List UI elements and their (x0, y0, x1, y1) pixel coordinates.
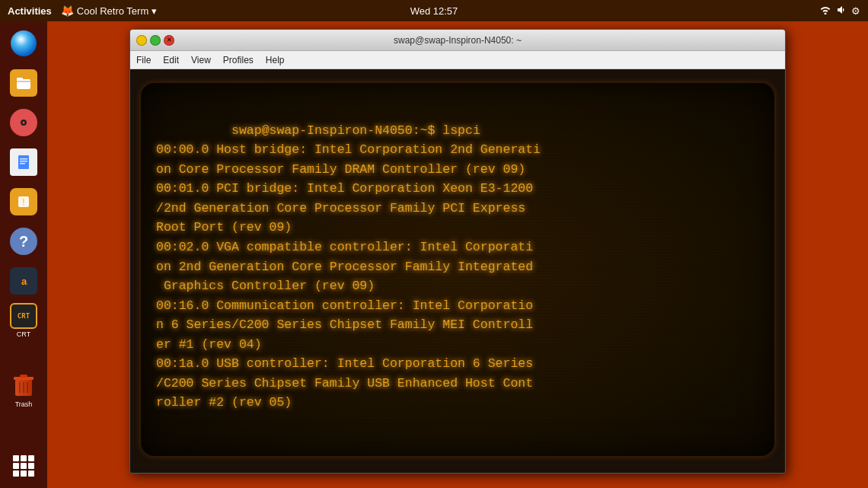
dock-item-amazon[interactable]: a (6, 263, 41, 298)
dock: ! ? a CRT CRT (0, 21, 47, 488)
topbar-time: Wed 12:57 (410, 5, 458, 17)
menu-file[interactable]: File (136, 55, 151, 65)
svg-point-4 (23, 122, 25, 124)
main-desktop: ✕ swap@swap-Inspiron-N4050: ~ File Edit … (47, 21, 868, 488)
trash-icon (12, 373, 35, 399)
dock-item-files[interactable] (6, 65, 41, 100)
close-button[interactable]: ✕ (164, 35, 174, 46)
document-icon (15, 154, 32, 171)
package-icon: ! (15, 193, 32, 210)
amazon-icon: a (21, 276, 26, 287)
terminal-titlebar: ✕ swap@swap-Inspiron-N4050: ~ (130, 30, 785, 51)
svg-text:!: ! (23, 198, 25, 206)
dock-item-apps-grid[interactable] (6, 448, 41, 483)
trash-label: Trash (15, 400, 33, 408)
crt-outer: swap@swap-Inspiron-N4050:~$ lspci 00:00.… (130, 69, 785, 473)
dock-item-crt[interactable]: CRT CRT (6, 303, 41, 338)
activities-label[interactable]: Activities (8, 5, 52, 17)
system-icons: ⚙ (819, 5, 860, 18)
topbar-left: Activities 🦊 Cool Retro Term ▾ (8, 5, 157, 17)
menu-profiles[interactable]: Profiles (223, 55, 254, 65)
app-indicator[interactable]: 🦊 Cool Retro Term ▾ (61, 5, 157, 17)
svg-rect-1 (17, 78, 23, 81)
svg-rect-6 (20, 158, 27, 160)
music-icon (16, 115, 31, 130)
menu-help[interactable]: Help (266, 55, 285, 65)
svg-rect-5 (18, 155, 29, 169)
minimize-button[interactable] (136, 35, 147, 46)
app-menu-arrow: ▾ (152, 5, 157, 17)
dock-item-firefox[interactable] (6, 26, 41, 61)
dock-item-docs[interactable] (6, 145, 41, 180)
dock-item-software[interactable]: ! (6, 184, 41, 219)
topbar-right: ⚙ (819, 5, 860, 18)
terminal-controls: ✕ (136, 35, 174, 46)
maximize-button[interactable] (150, 35, 161, 46)
svg-rect-14 (20, 375, 27, 378)
crt-label: CRT (17, 330, 30, 338)
help-question-icon: ? (19, 233, 28, 250)
menu-edit[interactable]: Edit (163, 55, 179, 65)
wifi-icon[interactable] (819, 5, 831, 17)
dock-item-music[interactable] (6, 105, 41, 140)
terminal-title-label: swap@swap-Inspiron-N4050: ~ (394, 35, 522, 46)
dock-item-trash[interactable]: Trash (6, 373, 41, 408)
apps-grid-icon (13, 455, 34, 477)
topbar: Activities 🦊 Cool Retro Term ▾ Wed 12:57… (0, 0, 868, 21)
folder-icon (15, 75, 32, 91)
dock-item-help[interactable]: ? (6, 224, 41, 259)
terminal-output: swap@swap-Inspiron-N4050:~$ lspci 00:00.… (156, 123, 541, 410)
firefox-icon (11, 30, 37, 56)
crt-screen[interactable]: swap@swap-Inspiron-N4050:~$ lspci 00:00.… (141, 83, 774, 456)
svg-rect-8 (20, 163, 25, 164)
terminal-window: ✕ swap@swap-Inspiron-N4050: ~ File Edit … (129, 29, 786, 474)
app-name-label: Cool Retro Term (77, 5, 148, 17)
svg-rect-7 (20, 161, 27, 162)
terminal-menubar: File Edit View Profiles Help (130, 51, 785, 69)
crt-icon: CRT (18, 312, 30, 320)
system-menu-icon[interactable]: ⚙ (851, 5, 860, 17)
volume-icon[interactable] (836, 5, 847, 18)
menu-view[interactable]: View (191, 55, 211, 65)
desktop: ! ? a CRT CRT (0, 21, 868, 488)
